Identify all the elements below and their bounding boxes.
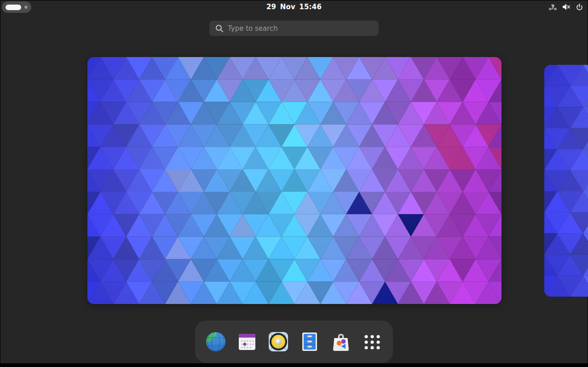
show-apps-button[interactable] bbox=[361, 331, 383, 353]
dock-app-music[interactable] bbox=[267, 331, 289, 353]
dock-app-software[interactable] bbox=[330, 331, 352, 353]
workspace-preview-next[interactable] bbox=[544, 65, 588, 297]
svg-text:?: ? bbox=[551, 4, 554, 10]
dock-app-calendar[interactable] bbox=[236, 331, 258, 353]
search-input[interactable] bbox=[228, 24, 366, 33]
file-cabinet-icon bbox=[299, 331, 321, 353]
wallpaper-current bbox=[87, 57, 502, 304]
dock-app-files[interactable] bbox=[299, 331, 321, 353]
system-status-area[interactable]: ? bbox=[547, 0, 585, 14]
dash bbox=[195, 321, 393, 363]
software-bag-icon bbox=[330, 331, 352, 353]
network-wired-unknown-icon: ? bbox=[548, 3, 557, 11]
screen-edge bbox=[0, 363, 588, 367]
top-bar: 29 Nov 15:46 ? bbox=[0, 0, 588, 14]
clock[interactable]: 29 Nov 15:46 bbox=[0, 0, 588, 14]
gnome-activities-overview: { "topbar": { "clock": "29 Nov 15:46", "… bbox=[0, 0, 588, 367]
wallpaper-next bbox=[544, 65, 588, 297]
search-magnifier-icon bbox=[215, 24, 224, 33]
search-bar[interactable] bbox=[209, 21, 379, 36]
dock-app-web[interactable] bbox=[205, 331, 227, 353]
app-grid-icon bbox=[361, 331, 383, 353]
workspace-preview-current[interactable] bbox=[87, 57, 502, 304]
volume-muted-icon bbox=[562, 3, 571, 11]
globe-icon bbox=[205, 331, 227, 353]
power-icon bbox=[576, 3, 583, 11]
speaker-icon bbox=[267, 331, 289, 353]
calendar-icon bbox=[236, 331, 258, 353]
